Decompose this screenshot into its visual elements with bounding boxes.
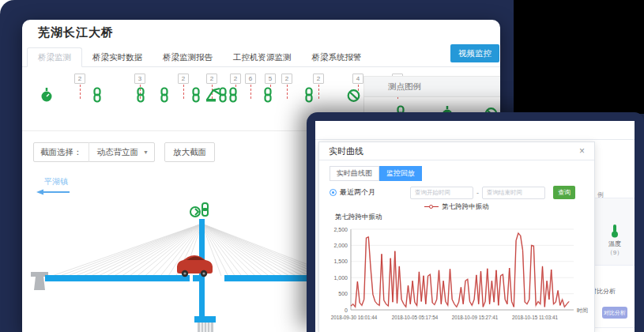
y-axis-tick: 500 [338,291,348,296]
sensor-dash-line [287,85,288,99]
section-select[interactable]: 截面选择： 动态背立面 ▼ [33,142,155,162]
section-select-label: 截面选择： [34,142,89,162]
sensor-chain-icon[interactable] [92,87,107,103]
chain-icon [136,87,145,103]
chart-title: 第七跨跨中振动 [335,213,594,222]
dialog-top-strip [315,121,635,140]
chain-icon [218,87,228,103]
sensor-dash-line [318,85,319,99]
chain-icon [160,87,169,103]
y-axis-tick: 1,000 [333,275,348,281]
sensor-stopwatch-icon[interactable] [40,87,54,103]
enlarge-section-button[interactable]: 放大截面 [164,142,215,162]
sensor-count-badge: 2 [230,74,241,84]
black-backdrop [514,0,644,114]
sensor-chain-icon[interactable] [263,87,277,103]
temperature-label: 温度 [608,240,621,248]
sensor-count-badge: 3 [134,74,145,84]
rotation-sensor-icon[interactable] [190,207,200,217]
sensor-count-badge: 6 [245,74,256,84]
dialog-window-content: 例 温度 （9） 对比分析 对比分析 选测点列表 实时曲线 × [315,121,635,332]
page-title: 芜湖长江大桥 [38,25,114,40]
vibration-chart: 05001,0001,5002,0002,5002018-09-30 16:01… [319,223,594,330]
sensor-dash-line [80,85,81,99]
section-controls: 截面选择： 动态背立面 ▼ 放大截面 [33,142,215,162]
sensor-count-badge: 2 [281,74,292,84]
sensor-count-badge: 4 [352,74,363,84]
modal-tab-0[interactable]: 实时曲线图 [330,166,379,181]
modal-header: 实时曲线 × [319,142,594,160]
recent-two-months-radio[interactable] [330,189,337,196]
sensor-chain-icon[interactable] [304,87,318,103]
modal-title: 实时曲线 [329,145,363,157]
query-end-time-input[interactable] [482,187,545,199]
series-line [351,233,569,307]
main-tab-4[interactable]: 桥梁系统报警 [302,47,372,67]
main-tab-3[interactable]: 工控机资源监测 [223,47,302,67]
main-tab-1[interactable]: 桥梁实时数据 [82,47,153,67]
sensor-count-badge: 5 [265,74,276,84]
sensor-chain-icon[interactable] [160,87,174,103]
realtime-curve-modal: 实时曲线 × 实时曲线图监控回放 最近两个月 - 查询 [318,141,595,332]
modal-tab-1[interactable]: 监控回放 [379,166,422,181]
sensor-count-badge: 2 [178,74,189,84]
x-axis-label: 时间 [577,307,588,314]
query-start-time-input[interactable] [410,187,473,199]
sensor-chain-icon[interactable] [228,87,243,103]
sensor-chain-icon[interactable] [191,87,205,103]
chain-icon [92,87,102,103]
main-tab-0[interactable]: 桥梁监测 [27,47,82,67]
chain-icon [191,87,201,103]
sensor-count-badge: 2 [313,74,324,84]
video-monitor-button[interactable]: 视频监控 [450,44,499,62]
sensor-dash-line [250,85,251,99]
car [177,255,213,277]
temperature-count: （9） [607,248,623,257]
chain-icon [304,87,314,103]
sensor-chain-icon[interactable] [136,87,150,103]
bridge-deck [45,275,341,281]
compare-section-title: 对比分析 [595,287,616,296]
dialog-window-frame: 例 温度 （9） 对比分析 对比分析 选测点列表 实时曲线 × [307,112,644,332]
y-axis-tick: 2,000 [333,243,348,248]
chevron-down-icon: ▼ [143,149,154,155]
sensor-no-entry-icon[interactable] [347,87,361,103]
x-axis-tick: 2018-10-09 15:27:41 [452,315,499,320]
y-axis-tick: 1,500 [333,258,348,264]
query-controls: 最近两个月 - 查询 [330,186,575,199]
no-entry-icon [347,87,360,103]
desktop-background: 芜湖长江大桥 桥梁监测桥梁实时数据桥梁监测报告工控机资源监测桥梁系统报警 视频监… [0,0,644,332]
stopwatch-icon [40,87,54,103]
y-axis-tick: 2,500 [333,227,348,232]
legend-panel-header: 测点图例 [364,76,500,97]
x-axis-tick: 2018-09-30 16:01:44 [331,315,378,320]
close-icon[interactable]: × [579,146,585,156]
chain-sensor-icon[interactable] [202,203,208,216]
thermometer-icon [610,224,620,238]
range-separator: - [476,189,479,197]
main-tab-bar: 桥梁监测桥梁实时数据桥梁监测报告工控机资源监测桥梁系统报警 视频监控 [22,47,500,67]
section-select-value: 动态背立面 [89,147,144,158]
sensor-dash-line [183,85,184,99]
x-axis-tick: 2018-10-05 05:17:54 [392,315,439,320]
chain-icon [263,87,273,103]
temperature-card[interactable]: 温度 （9） [595,198,635,266]
chart-legend[interactable]: 第七跨跨中振动 [319,202,594,211]
bridge-pier [194,316,216,332]
chain-icon [228,87,238,103]
x-axis-tick: 2018-10-15 11:03:41 [512,315,559,320]
legend-marker-icon [424,204,439,210]
sensor-count-badge: 2 [206,74,217,84]
main-tabs: 桥梁监测桥梁实时数据桥梁监测报告工控机资源监测桥梁系统报警 [27,47,372,67]
analysis-sidebar: 例 温度 （9） 对比分析 对比分析 选测点列表 [595,140,635,332]
recent-two-months-label: 最近两个月 [340,187,375,198]
y-axis-tick: 0 [345,307,348,313]
sensor-count-badge: 2 [74,74,85,84]
modal-tabs: 实时曲线图监控回放 [330,166,594,181]
legend-label: 第七跨跨中振动 [442,202,489,212]
point-list-section-title: 选测点列表 [595,327,635,332]
query-button[interactable]: 查询 [553,186,575,199]
compare-analysis-button[interactable]: 对比分析 [602,307,627,319]
main-tab-2[interactable]: 桥梁监测报告 [153,47,223,67]
